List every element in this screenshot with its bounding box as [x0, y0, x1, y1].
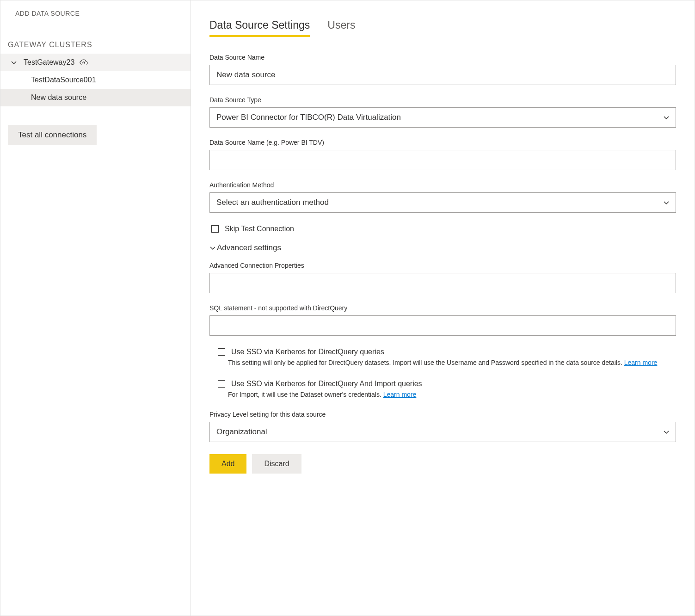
dsn-label: Data Source Name (e.g. Power BI TDV)	[209, 139, 676, 146]
sso-dq-import-helper: For Import, it will use the Dataset owne…	[228, 390, 676, 400]
auth-method-label: Authentication Method	[209, 181, 676, 189]
sso-directquery-helper-text: This setting will only be applied for Di…	[228, 359, 624, 366]
discard-button[interactable]: Discard	[252, 454, 301, 474]
cloud-refresh-icon	[79, 59, 88, 66]
auth-method-value: Select an authentication method	[209, 192, 676, 213]
sso-dq-import-checkbox[interactable]	[218, 380, 225, 388]
add-button[interactable]: Add	[209, 454, 246, 474]
sso-dq-import-learn-more-link[interactable]: Learn more	[383, 391, 417, 398]
sso-directquery-row: Use SSO via Kerberos for DirectQuery que…	[216, 347, 676, 357]
action-buttons: Add Discard	[209, 454, 676, 474]
data-source-type-value: Power BI Connector for TIBCO(R) Data Vir…	[209, 107, 676, 128]
sso-dq-import-row: Use SSO via Kerberos for DirectQuery And…	[216, 379, 676, 389]
sso-dq-import-helper-text: For Import, it will use the Dataset owne…	[228, 391, 383, 398]
chevron-down-icon	[11, 59, 17, 66]
main-panel: Data Source Settings Users Data Source N…	[191, 0, 695, 616]
data-source-item-selected[interactable]: New data source	[0, 89, 191, 106]
tabs: Data Source Settings Users	[209, 19, 676, 37]
test-all-connections-button[interactable]: Test all connections	[8, 125, 97, 145]
skip-test-connection-row: Skip Test Connection	[209, 224, 676, 234]
auth-method-select[interactable]: Select an authentication method	[209, 192, 676, 213]
dsn-input[interactable]	[209, 150, 676, 170]
data-source-name-input[interactable]	[209, 65, 676, 85]
skip-test-connection-checkbox[interactable]	[211, 225, 219, 233]
sso-directquery-label: Use SSO via Kerberos for DirectQuery que…	[231, 348, 384, 356]
sso-directquery-checkbox[interactable]	[218, 348, 225, 356]
chevron-down-icon	[209, 245, 216, 251]
adv-conn-props-label: Advanced Connection Properties	[209, 262, 676, 269]
privacy-level-select[interactable]: Organizational	[209, 422, 676, 442]
skip-test-connection-label: Skip Test Connection	[225, 225, 294, 233]
sidebar-title: ADD DATA SOURCE	[8, 7, 183, 22]
privacy-level-value: Organizational	[209, 422, 676, 442]
app-root: ADD DATA SOURCE GATEWAY CLUSTERS TestGat…	[0, 0, 695, 616]
tab-settings[interactable]: Data Source Settings	[209, 19, 310, 37]
data-source-item[interactable]: TestDataSource001	[0, 71, 191, 89]
advanced-settings-label: Advanced settings	[217, 243, 281, 253]
data-source-name-label: Data Source Name	[209, 54, 676, 61]
sidebar: ADD DATA SOURCE GATEWAY CLUSTERS TestGat…	[0, 0, 191, 616]
gateway-cluster-name: TestGateway23	[24, 58, 74, 67]
sso-directquery-helper: This setting will only be applied for Di…	[228, 358, 676, 368]
sso-dq-import-label: Use SSO via Kerberos for DirectQuery And…	[231, 380, 422, 388]
sql-statement-input[interactable]	[209, 315, 676, 336]
advanced-settings-toggle[interactable]: Advanced settings	[209, 243, 676, 253]
data-source-type-select[interactable]: Power BI Connector for TIBCO(R) Data Vir…	[209, 107, 676, 128]
gateway-cluster-row[interactable]: TestGateway23	[0, 54, 191, 71]
sso-directquery-learn-more-link[interactable]: Learn more	[624, 359, 658, 366]
privacy-level-label: Privacy Level setting for this data sour…	[209, 411, 676, 418]
adv-conn-props-input[interactable]	[209, 273, 676, 293]
data-source-type-label: Data Source Type	[209, 96, 676, 104]
tab-users[interactable]: Users	[327, 19, 355, 37]
gateway-clusters-heading: GATEWAY CLUSTERS	[0, 22, 191, 54]
sql-statement-label: SQL statement - not supported with Direc…	[209, 304, 676, 312]
